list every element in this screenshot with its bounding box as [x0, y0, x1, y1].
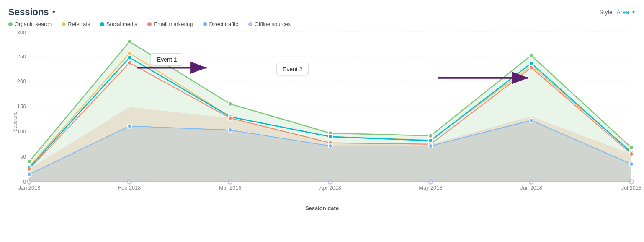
svg-point-26	[127, 39, 131, 44]
legend-item-direct-traffic[interactable]: Direct traffic	[203, 21, 238, 27]
event1-box: Event 1	[151, 53, 183, 66]
x-axis-label-container: Session date	[305, 204, 339, 212]
legend-label-social-media: Social media	[106, 21, 137, 27]
svg-point-46	[27, 167, 31, 172]
legend-label-organic-search: Organic search	[15, 21, 52, 27]
chart-inner: 0 50 100 150 200 250 300 Jan 2018 Feb 20…	[29, 31, 631, 195]
legend-label-offline-sources: Offline sources	[255, 21, 291, 27]
svg-text:Jan 2018: Jan 2018	[18, 185, 41, 191]
event1-label: Event 1	[157, 56, 177, 63]
svg-text:100: 100	[17, 128, 26, 135]
svg-point-52	[629, 152, 634, 156]
chart-area: Sessions 0	[8, 31, 636, 212]
svg-point-54	[127, 124, 131, 128]
title-dropdown-icon[interactable]: ▼	[52, 9, 57, 15]
svg-point-30	[529, 53, 533, 58]
svg-text:Apr 2018: Apr 2018	[319, 185, 341, 191]
legend-dot-organic-search	[8, 22, 13, 26]
style-label: Style:	[600, 9, 614, 16]
svg-point-56	[328, 144, 332, 148]
svg-marker-24	[29, 42, 631, 182]
svg-text:Mar 2018: Mar 2018	[219, 185, 242, 191]
x-axis-label: Session date	[305, 205, 339, 211]
svg-point-57	[428, 144, 433, 148]
svg-text:50: 50	[20, 153, 26, 159]
legend-item-organic-search[interactable]: Organic search	[8, 21, 52, 27]
style-chevron-icon[interactable]: ▼	[631, 10, 636, 15]
svg-text:200: 200	[17, 78, 26, 84]
svg-text:May 2018: May 2018	[419, 185, 442, 191]
svg-text:Jul 2018: Jul 2018	[621, 185, 641, 191]
page-title: Sessions	[8, 7, 49, 18]
svg-point-33	[127, 51, 131, 55]
legend-item-referrals[interactable]: Referrals	[62, 21, 90, 27]
legend-item-offline-sources[interactable]: Offline sources	[248, 21, 291, 27]
legend-dot-direct-traffic	[203, 22, 207, 26]
svg-point-42	[328, 135, 332, 139]
svg-text:0: 0	[23, 178, 26, 185]
legend-dot-email-marketing	[147, 22, 152, 26]
legend-label-email-marketing: Email marketing	[154, 21, 193, 27]
svg-text:Jun 2018: Jun 2018	[520, 185, 542, 191]
svg-point-29	[428, 133, 433, 138]
svg-point-40	[127, 55, 131, 60]
svg-point-27	[228, 102, 232, 107]
style-area: Style: Area ▼	[600, 9, 636, 16]
legend-label-referrals: Referrals	[68, 21, 90, 27]
svg-text:250: 250	[17, 53, 26, 60]
legend-row: Organic search Referrals Social media Em…	[8, 21, 636, 27]
legend-item-email-marketing[interactable]: Email marketing	[147, 21, 193, 27]
style-value[interactable]: Area	[617, 9, 629, 16]
legend-dot-social-media	[100, 22, 104, 26]
legend-label-direct-traffic: Direct traffic	[209, 21, 238, 27]
svg-point-58	[529, 118, 533, 123]
title-area: Sessions ▼	[8, 7, 57, 18]
event2-label: Event 2	[283, 66, 302, 73]
chart-svg: 0 50 100 150 200 250 300 Jan 2018 Feb 20…	[29, 31, 631, 195]
svg-point-55	[228, 128, 232, 133]
legend-item-social-media[interactable]: Social media	[100, 21, 137, 27]
legend-dot-offline-sources	[248, 22, 252, 26]
svg-point-48	[228, 116, 232, 120]
svg-point-51	[529, 65, 533, 70]
legend-dot-referrals	[62, 22, 66, 26]
svg-text:300: 300	[17, 29, 26, 36]
svg-point-44	[529, 61, 533, 66]
svg-point-59	[629, 162, 634, 167]
svg-point-53	[27, 172, 31, 177]
svg-point-47	[127, 61, 131, 65]
event2-box: Event 2	[276, 63, 309, 75]
page-container: Sessions ▼ Style: Area ▼ Organic search …	[0, 0, 644, 242]
svg-text:Feb 2018: Feb 2018	[118, 185, 141, 191]
header-row: Sessions ▼ Style: Area ▼	[8, 7, 636, 18]
svg-point-25	[27, 159, 31, 164]
svg-text:150: 150	[17, 103, 26, 109]
